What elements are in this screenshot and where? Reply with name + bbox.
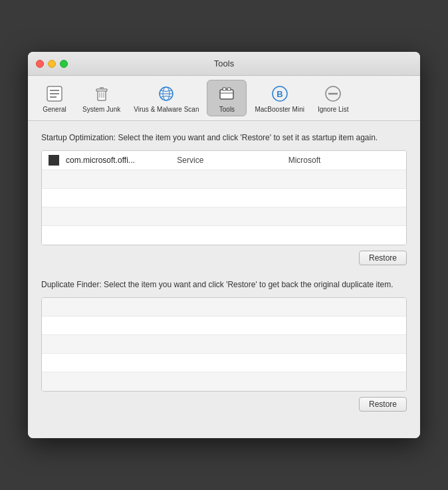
- table-row[interactable]: [42, 189, 406, 207]
- table-row[interactable]: [42, 335, 406, 354]
- tab-tools-label: Tools: [219, 106, 235, 113]
- table-row[interactable]: [42, 298, 406, 316]
- tab-macbooster-mini[interactable]: B MacBooster Mini: [249, 80, 309, 116]
- close-button[interactable]: [36, 60, 44, 68]
- tools-icon: [216, 83, 237, 104]
- svg-rect-1: [50, 90, 59, 91]
- row-app-name: com.microsoft.offi...: [66, 156, 177, 165]
- table-row[interactable]: [42, 372, 406, 391]
- table-row[interactable]: [42, 354, 406, 372]
- tab-system-junk-label: System Junk: [82, 106, 120, 113]
- tab-ignore-list-label: Ignore List: [318, 106, 349, 113]
- svg-rect-13: [220, 90, 233, 99]
- svg-text:B: B: [277, 89, 282, 99]
- tab-virus-malware-label: Virus & Malware Scan: [134, 106, 199, 113]
- svg-rect-3: [50, 96, 56, 98]
- duplicate-restore-button[interactable]: Restore: [359, 397, 407, 412]
- table-row[interactable]: [42, 316, 406, 335]
- title-bar: Tools: [28, 52, 420, 76]
- startup-description: Startup Optimization: Select the item yo…: [41, 132, 407, 144]
- tab-tools[interactable]: Tools: [207, 80, 247, 116]
- tab-virus-malware[interactable]: Virus & Malware Scan: [128, 80, 204, 116]
- table-row[interactable]: com.microsoft.offi... Service Microsoft: [42, 151, 406, 170]
- row-app-icon: [49, 155, 59, 166]
- startup-table: com.microsoft.offi... Service Microsoft: [41, 150, 407, 245]
- minimize-button[interactable]: [48, 60, 56, 68]
- svg-rect-15: [227, 88, 231, 90]
- tab-ignore-list[interactable]: Ignore List: [312, 80, 354, 116]
- toolbar: General System Junk: [28, 76, 420, 121]
- tab-general[interactable]: General: [35, 80, 74, 116]
- content-area: Startup Optimization: Select the item yo…: [28, 121, 420, 438]
- startup-restore-row: Restore: [41, 251, 407, 265]
- table-row[interactable]: [42, 226, 406, 245]
- duplicate-description: Duplicate Finder: Select the item you wa…: [41, 279, 407, 291]
- table-row[interactable]: [42, 170, 406, 189]
- window-title: Tools: [214, 59, 234, 68]
- maximize-button[interactable]: [60, 60, 68, 68]
- tab-system-junk[interactable]: System Junk: [77, 80, 126, 116]
- row-app-company: Microsoft: [288, 156, 399, 165]
- svg-rect-2: [50, 93, 59, 94]
- tab-general-label: General: [43, 106, 66, 113]
- startup-section: Startup Optimization: Select the item yo…: [41, 132, 407, 265]
- startup-restore-button[interactable]: Restore: [359, 251, 407, 265]
- table-row[interactable]: [42, 207, 406, 226]
- svg-rect-5: [96, 89, 107, 91]
- system-junk-icon: [91, 83, 112, 104]
- svg-rect-14: [223, 88, 226, 90]
- ignore-list-icon: [322, 83, 344, 104]
- macbooster-mini-icon: B: [269, 83, 290, 104]
- row-app-type: Service: [177, 156, 288, 165]
- general-icon: [44, 83, 65, 104]
- main-window: Tools General: [28, 52, 420, 438]
- virus-malware-icon: [156, 83, 177, 104]
- duplicate-table: [41, 297, 407, 392]
- window-controls: [36, 60, 68, 68]
- duplicate-section: Duplicate Finder: Select the item you wa…: [41, 279, 407, 412]
- tab-macbooster-mini-label: MacBooster Mini: [255, 106, 304, 113]
- duplicate-restore-row: Restore: [41, 397, 407, 412]
